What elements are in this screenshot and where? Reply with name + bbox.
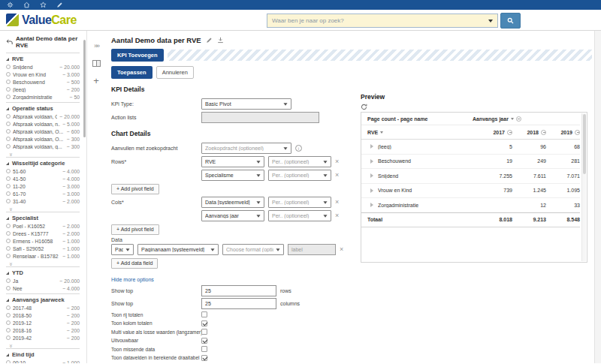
cols-field-select[interactable]: Aanvangs jaar [201, 210, 264, 221]
zoekopdracht-select[interactable]: Zoekopdracht (optioneel) [201, 143, 291, 154]
pivot-row[interactable]: Zorgadministratie 12 33 [361, 198, 580, 213]
filter-section-header[interactable]: RVE [6, 55, 80, 63]
add-pivot-field-button[interactable]: + Add pivot field [111, 184, 159, 194]
sidebar-scrollbar-thumb[interactable] [83, 40, 86, 137]
add-panel-icon[interactable] [93, 77, 99, 85]
filter-option[interactable]: Snijdend~ 20.000 [6, 63, 80, 71]
filter-option[interactable]: 51-60~ 4.000 [6, 167, 80, 175]
filter-section-header[interactable]: Aanvangs jaarweek [6, 296, 80, 304]
pivot-row[interactable]: (leeg) 5 96 68 [361, 140, 580, 155]
rows-field-select[interactable]: Specialisme [201, 170, 264, 181]
show-more-icon[interactable] [9, 151, 80, 155]
star-icon[interactable] [40, 2, 47, 8]
radio-icon[interactable] [6, 320, 11, 325]
refresh-icon[interactable] [361, 104, 587, 110]
column-options-icon[interactable] [541, 130, 546, 135]
search-input[interactable]: Waar ben je naar op zoek? [267, 14, 498, 28]
edit-title-pencil-icon[interactable] [206, 37, 213, 44]
page-scrollbar-gutter[interactable] [594, 31, 601, 363]
toon-rij-totalen-checkbox[interactable] [201, 311, 207, 317]
sort-caret-icon[interactable] [511, 118, 514, 120]
filter-option[interactable]: Afspraak voldaan, O...~ 600 [6, 128, 80, 135]
radio-icon[interactable] [6, 129, 11, 134]
radio-icon[interactable] [6, 122, 11, 126]
show-top-columns-input[interactable]: 25 [201, 298, 276, 309]
uitvouwbaar-checkbox[interactable] [201, 338, 207, 344]
filter-option[interactable]: Afspraak voldaan, n...~ 5.000 [6, 120, 80, 128]
filter-section-header[interactable]: Wisseltijd categorie [6, 159, 80, 167]
filter-section-header[interactable]: YTD [6, 269, 80, 277]
year-column-header[interactable]: 2019 [546, 130, 580, 135]
toepassen-button[interactable]: Toepassen [111, 66, 153, 79]
filter-option[interactable]: Drees - K15777~ 2.000 [6, 230, 80, 237]
filter-option[interactable]: 11-20~ 3.000 [6, 182, 80, 190]
radio-icon[interactable] [6, 224, 11, 228]
radio-icon[interactable] [6, 313, 11, 317]
kpi-toevoegen-button[interactable]: KPI Toevoegen [111, 49, 164, 62]
valuecare-logo[interactable]: ValueCare [6, 14, 77, 27]
search-button[interactable] [500, 13, 521, 29]
filter-section-header[interactable]: Eind tijd [6, 350, 80, 359]
remove-field-icon[interactable] [335, 199, 339, 206]
toon-datavelden-checkbox[interactable] [201, 355, 207, 361]
info-icon[interactable] [295, 145, 302, 152]
filter-option[interactable]: 61-70~ 3.000 [6, 190, 80, 197]
filter-option[interactable]: Nee~ 4.000 [6, 284, 80, 292]
filter-option[interactable]: Safi - S29052~ 1.000 [6, 245, 80, 252]
radio-icon[interactable] [6, 114, 11, 119]
filter-section-header[interactable]: Operatie status [6, 104, 80, 113]
kpi-type-select[interactable]: Basic Pivot [201, 98, 291, 110]
sidebar-scrollbar[interactable] [83, 31, 86, 363]
radio-icon[interactable] [6, 72, 11, 77]
row-dimension-header[interactable]: RVE [367, 130, 479, 135]
cols-field-select[interactable]: Data [systeemveld] [201, 197, 264, 208]
add-pivot-field-button[interactable]: + Add pivot field [111, 224, 159, 235]
search-dropdown-caret-icon[interactable] [488, 20, 493, 23]
show-more-icon[interactable] [9, 260, 80, 265]
radio-icon[interactable] [6, 144, 11, 149]
filter-option[interactable]: Poel - K16052~ 2.000 [6, 222, 80, 230]
show-more-icon[interactable] [9, 342, 80, 347]
radio-icon[interactable] [6, 199, 11, 203]
filter-option[interactable]: Afspraak voldaan, O...~ 20.000 [6, 113, 80, 120]
home-icon[interactable] [23, 2, 30, 8]
pivot-row[interactable]: Beschouwend 19 249 281 [361, 155, 580, 170]
sidebar-title[interactable]: Aantal Demo data per RVE [6, 35, 80, 49]
show-top-rows-input[interactable]: 25 [201, 285, 276, 296]
filter-option[interactable]: Afspraak voldaan, g...~ 300 [6, 143, 80, 150]
filter-option[interactable]: Beschouwend~ 500 [6, 78, 80, 86]
remove-field-icon[interactable] [335, 212, 339, 219]
filter-option[interactable]: Ermens - H16058~ 1.000 [6, 237, 80, 245]
expand-row-icon[interactable] [370, 159, 373, 164]
expand-row-icon[interactable] [370, 173, 373, 178]
toon-kolom-totalen-checkbox[interactable] [201, 320, 207, 326]
toon-missende-data-checkbox[interactable] [201, 346, 207, 352]
filter-option[interactable]: 2018-16~ 200 [6, 326, 80, 334]
filter-option[interactable]: Vrouw en Kind~ 3.000 [6, 71, 80, 78]
hide-more-options-link[interactable]: Hide more options [111, 277, 154, 282]
cols-per-select[interactable]: Per.. (optioneel) [268, 197, 331, 208]
tools-icon[interactable] [7, 2, 14, 8]
data-field-select[interactable]: Paginanaam [systeemveld] [137, 244, 219, 255]
radio-icon[interactable] [6, 169, 11, 173]
filter-option[interactable]: Zorgadministratie~ 50 [6, 93, 80, 101]
radio-icon[interactable] [6, 65, 11, 69]
rows-per-select[interactable]: Per.. (optioneel) [268, 156, 331, 167]
expand-row-icon[interactable] [370, 144, 373, 149]
radio-icon[interactable] [6, 80, 11, 84]
radio-icon[interactable] [6, 335, 11, 340]
filter-option[interactable]: 2018-50~ 200 [6, 311, 80, 319]
filter-option[interactable]: Ja~ 20.000 [6, 277, 80, 284]
table-scrollbar[interactable] [581, 113, 586, 261]
column-options-icon[interactable] [507, 130, 512, 135]
radio-icon[interactable] [6, 305, 11, 310]
add-data-field-button[interactable]: + Add data field [111, 258, 158, 269]
annuleren-button[interactable]: Annuleren [156, 66, 194, 79]
data-format-select[interactable]: Choose format (optional) [222, 244, 284, 255]
filter-option[interactable]: 2019-42~ 200 [6, 334, 80, 341]
pivot-row[interactable]: Snijdend 7.255 7.611 7.071 [361, 169, 580, 184]
radio-icon[interactable] [6, 95, 11, 99]
radio-icon[interactable] [6, 184, 11, 188]
column-options-icon[interactable] [516, 116, 521, 122]
filter-option[interactable]: 41-50~ 4.000 [6, 175, 80, 182]
